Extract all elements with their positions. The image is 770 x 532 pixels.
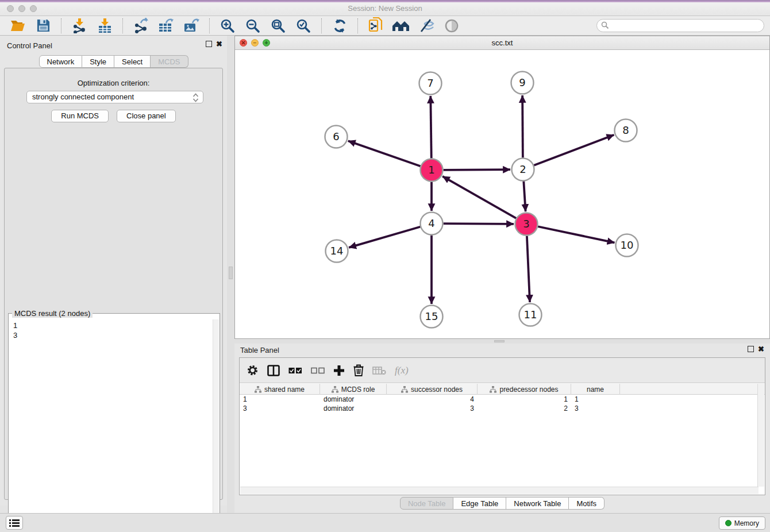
graph-node-10[interactable]: 10 bbox=[616, 234, 638, 257]
run-mcds-button[interactable]: Run MCDS bbox=[51, 110, 109, 122]
criterion-select[interactable]: strongly connected component bbox=[26, 91, 203, 103]
tab-network-table[interactable]: Network Table bbox=[506, 497, 569, 510]
tab-style[interactable]: Style bbox=[82, 55, 114, 68]
horizontal-splitter-grip[interactable] bbox=[494, 340, 505, 342]
tab-mcds[interactable]: MCDS bbox=[151, 55, 188, 68]
import-network-icon[interactable] bbox=[70, 17, 88, 34]
deselect-all-icon[interactable] bbox=[311, 363, 325, 378]
hide-details-icon[interactable] bbox=[417, 17, 436, 34]
graph-node-3[interactable]: 3 bbox=[515, 213, 538, 236]
graph-edge-3-10[interactable] bbox=[538, 226, 614, 242]
table-row[interactable]: 1dominator411 bbox=[240, 395, 765, 404]
horizontal-splitter[interactable] bbox=[234, 339, 770, 344]
table-vertical-scrollbar[interactable] bbox=[757, 384, 764, 487]
birds-eye-view-icon[interactable] bbox=[442, 17, 461, 34]
table-horizontal-scrollbar[interactable] bbox=[240, 487, 759, 494]
task-history-button[interactable] bbox=[6, 516, 23, 530]
save-session-icon[interactable] bbox=[34, 17, 52, 34]
graph-node-label: 3 bbox=[523, 218, 529, 230]
graph-node-14[interactable]: 14 bbox=[326, 240, 348, 263]
table-cell[interactable]: 3 bbox=[571, 404, 620, 413]
table-panel-float-icon[interactable] bbox=[748, 346, 754, 352]
graph-node-7[interactable]: 7 bbox=[419, 72, 442, 95]
export-table-icon[interactable] bbox=[157, 17, 175, 34]
graph-node-11[interactable]: 11 bbox=[519, 304, 542, 326]
table-cell[interactable]: 3 bbox=[240, 404, 320, 413]
graph-node-4[interactable]: 4 bbox=[421, 213, 443, 235]
mcds-result-box: MCDS result (2 nodes) 13 bbox=[8, 313, 220, 530]
table-cell[interactable]: 2 bbox=[478, 404, 571, 413]
export-image-icon[interactable] bbox=[182, 17, 201, 34]
create-column-icon[interactable] bbox=[333, 363, 345, 378]
graph-node-6[interactable]: 6 bbox=[325, 126, 348, 148]
select-all-icon[interactable] bbox=[288, 363, 302, 378]
graph-node-label: 6 bbox=[333, 130, 339, 142]
column-header-shared-name[interactable]: shared name bbox=[240, 384, 320, 395]
control-panel-float-icon[interactable] bbox=[206, 41, 212, 47]
column-header-predecessor-nodes[interactable]: predecessor nodes bbox=[478, 384, 571, 395]
delete-column-icon[interactable] bbox=[353, 363, 364, 378]
network-clone-icon[interactable] bbox=[367, 17, 385, 34]
graph-edge-3-11[interactable] bbox=[527, 236, 530, 302]
result-scrollbar[interactable] bbox=[213, 319, 219, 529]
tab-node-table[interactable]: Node Table bbox=[400, 497, 454, 510]
table-row[interactable]: 3dominator323 bbox=[240, 404, 765, 413]
graph-edge-3-1[interactable] bbox=[442, 176, 516, 218]
graph-edge-2-9[interactable] bbox=[522, 95, 523, 158]
tab-network[interactable]: Network bbox=[38, 55, 82, 68]
table-cell[interactable]: dominator bbox=[320, 395, 387, 404]
control-panel: Control Panel ✖ NetworkStyleSelectMCDS O… bbox=[0, 36, 227, 506]
zoom-selected-icon[interactable] bbox=[294, 17, 313, 34]
search-input[interactable] bbox=[596, 19, 764, 32]
table-cell[interactable]: 3 bbox=[387, 404, 478, 413]
network-canvas[interactable]: 7968124314101511 bbox=[235, 50, 769, 338]
graph-edge-1-6[interactable] bbox=[348, 141, 421, 166]
graph-edge-1-2[interactable] bbox=[443, 169, 510, 170]
memory-button[interactable]: Memory bbox=[719, 516, 765, 530]
apply-layout-icon[interactable] bbox=[330, 17, 349, 34]
graph-edge-4-14[interactable] bbox=[349, 227, 420, 248]
table-cell[interactable]: 1 bbox=[478, 395, 571, 404]
graph-edge-2-3[interactable] bbox=[523, 181, 525, 211]
graph-node-8[interactable]: 8 bbox=[615, 119, 637, 142]
vertical-splitter-grip[interactable] bbox=[229, 267, 233, 279]
table-cell[interactable]: 4 bbox=[387, 395, 478, 404]
tab-select[interactable]: Select bbox=[114, 55, 151, 68]
mcds-result-list[interactable]: 13 bbox=[9, 319, 213, 529]
table-panel: Table Panel ✖ bbox=[234, 344, 770, 513]
column-header-successor-nodes[interactable]: successor nodes bbox=[387, 384, 478, 395]
network-window-titlebar[interactable]: ✕ − + scc.txt bbox=[235, 36, 769, 50]
graph-node-2[interactable]: 2 bbox=[512, 159, 534, 181]
column-header-MCDS-role[interactable]: MCDS role bbox=[320, 384, 387, 395]
graph-edge-2-8[interactable] bbox=[534, 135, 614, 165]
graph-node-label: 7 bbox=[427, 77, 433, 89]
graph-edge-4-3[interactable] bbox=[443, 223, 514, 224]
zoom-fit-icon[interactable] bbox=[269, 17, 287, 34]
home-layout-icon[interactable] bbox=[392, 17, 410, 34]
graph-node-15[interactable]: 15 bbox=[421, 306, 443, 328]
column-header-name[interactable]: name bbox=[571, 384, 620, 395]
import-table-icon[interactable] bbox=[95, 17, 114, 34]
vertical-splitter[interactable] bbox=[227, 36, 234, 513]
zoom-out-icon[interactable] bbox=[244, 17, 262, 34]
graph-node-1[interactable]: 1 bbox=[421, 159, 443, 182]
graph-edge-1-7[interactable] bbox=[430, 96, 431, 159]
export-network-icon[interactable] bbox=[132, 17, 150, 34]
table-cell[interactable]: 1 bbox=[240, 395, 320, 404]
show-column-icon[interactable] bbox=[267, 363, 280, 378]
delete-table-icon[interactable] bbox=[372, 363, 386, 378]
table-panel-close-icon[interactable]: ✖ bbox=[758, 346, 764, 352]
close-panel-button[interactable]: Close panel bbox=[117, 110, 176, 122]
control-panel-close-icon[interactable]: ✖ bbox=[216, 41, 222, 47]
tab-edge-table[interactable]: Edge Table bbox=[453, 497, 506, 510]
table-cell[interactable]: dominator bbox=[320, 404, 387, 413]
function-builder-icon[interactable]: f(x) bbox=[395, 363, 409, 378]
settings-gear-icon[interactable] bbox=[247, 363, 259, 378]
table-cell[interactable]: 1 bbox=[571, 395, 620, 404]
open-session-icon[interactable] bbox=[9, 17, 27, 34]
zoom-in-icon[interactable] bbox=[218, 17, 237, 34]
graph-node-9[interactable]: 9 bbox=[511, 72, 534, 94]
tab-motifs[interactable]: Motifs bbox=[569, 497, 605, 510]
table-toolbar: f(x) bbox=[240, 358, 765, 383]
column-type-icon bbox=[490, 386, 496, 393]
